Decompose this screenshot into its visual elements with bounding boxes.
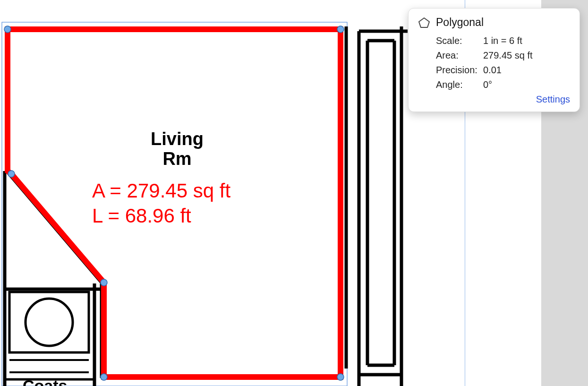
panel-scale-value: 1 in = 6 ft [483,35,522,46]
svg-marker-20 [419,18,429,27]
svg-rect-14 [9,292,89,352]
svg-point-15 [26,299,73,346]
handle-point[interactable] [101,279,107,286]
pentagon-icon [418,17,430,29]
panel-precision-value: 0.01 [483,65,502,76]
panel-area-label: Area: [436,50,483,61]
panel-precision-label: Precision: [436,65,483,76]
handle-point[interactable] [337,26,344,33]
measurement-readout: A = 279.45 sq ft L = 68.96 ft [92,179,230,228]
panel-area-value: 279.45 sq ft [483,50,533,61]
handle-point[interactable] [8,171,15,177]
measurement-length: L = 68.96 ft [92,204,230,229]
handle-point[interactable] [4,26,11,33]
measurement-area: A = 279.45 sq ft [92,179,230,204]
panel-row-angle: Angle: 0° [436,79,570,90]
room-label-line2: Rm [144,149,210,169]
measurement-info-panel: Polygonal Scale: 1 in = 6 ft Area: 279.4… [408,8,580,112]
handle-point[interactable] [101,374,107,380]
room-label-line1: Living [144,129,210,149]
panel-row-scale: Scale: 1 in = 6 ft [436,35,570,46]
panel-title: Polygonal [436,16,484,29]
room-label: Living Rm [144,129,210,169]
panel-angle-label: Angle: [436,79,483,90]
canvas-area[interactable]: Living Rm A = 279.45 sq ft L = 68.96 ft … [0,0,588,386]
panel-row-area: Area: 279.45 sq ft [436,50,570,61]
panel-header: Polygonal [418,16,570,29]
handle-point[interactable] [337,374,344,380]
panel-row-precision: Precision: 0.01 [436,65,570,76]
settings-link[interactable]: Settings [536,94,570,104]
closet-label: Coats [23,377,67,386]
panel-angle-value: 0° [483,79,492,90]
panel-scale-label: Scale: [436,35,483,46]
